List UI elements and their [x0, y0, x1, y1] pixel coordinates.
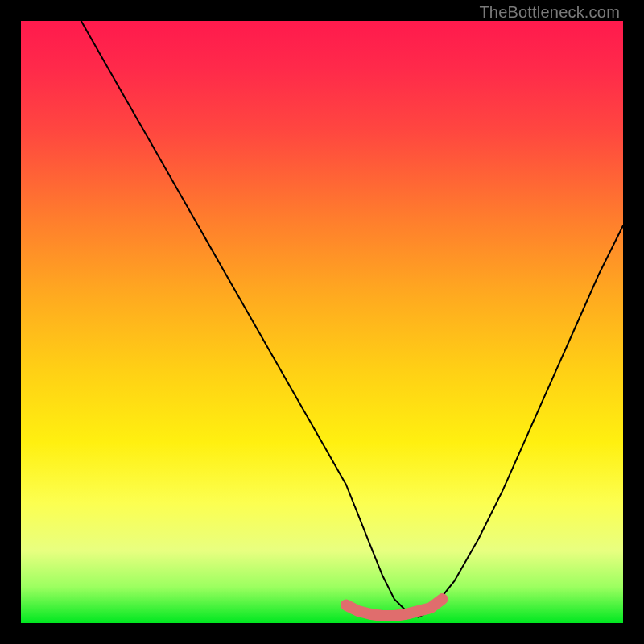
- series-bottleneck-curve: [81, 21, 623, 617]
- chart-svg: [0, 0, 644, 644]
- chart-frame: TheBottleneck.com: [0, 0, 644, 644]
- series-flat-thick-segment: [346, 599, 443, 616]
- watermark-text: TheBottleneck.com: [479, 3, 620, 22]
